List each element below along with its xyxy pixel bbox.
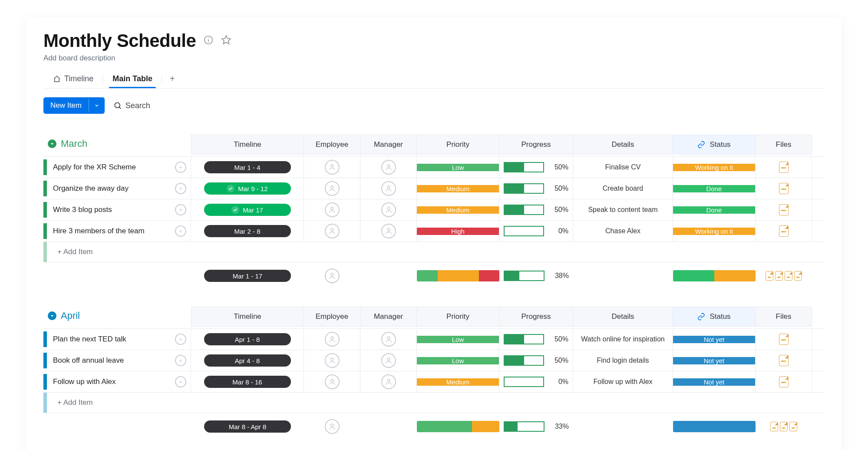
item-name-cell[interactable]: Hire 3 members of the team+ [43,221,191,242]
status-cell[interactable]: Done [673,199,756,220]
employee-cell[interactable] [304,329,360,350]
group-name-march[interactable]: March [61,138,87,149]
tab-main-table[interactable]: Main Table [103,70,162,88]
priority-cell[interactable]: Medium [417,199,499,220]
details-cell[interactable]: Finalise CV [573,157,673,178]
col-employee[interactable]: Employee [304,307,360,327]
timeline-cell[interactable]: Mar 17 [191,199,304,220]
table-row[interactable]: Follow up with Alex+Mar 8 - 16Medium0%Fo… [43,371,825,393]
manager-cell[interactable] [360,178,417,199]
manager-cell[interactable] [360,329,417,350]
col-priority[interactable]: Priority [417,135,499,155]
timeline-cell[interactable]: Mar 9 - 12 [191,178,304,199]
priority-cell[interactable]: Low [417,157,499,178]
manager-cell[interactable] [360,199,417,220]
group-collapse-icon[interactable] [48,139,56,148]
files-cell[interactable] [756,199,812,220]
employee-cell[interactable] [304,221,360,242]
col-status[interactable]: Status [673,135,756,155]
info-icon[interactable] [204,35,213,46]
files-cell[interactable] [756,350,812,371]
timeline-cell[interactable]: Mar 2 - 8 [191,221,304,242]
add-view-button[interactable]: + [162,69,183,88]
board-description[interactable]: Add board description [43,54,825,63]
status-cell[interactable]: Working on it [673,221,756,242]
add-conversation-icon[interactable]: + [175,204,186,215]
priority-cell[interactable]: Low [417,350,499,371]
manager-cell[interactable] [360,157,417,178]
progress-cell[interactable]: 0% [499,221,573,242]
timeline-cell[interactable]: Mar 8 - 16 [191,371,304,392]
priority-cell[interactable]: Medium [417,371,499,392]
table-row[interactable]: Write 3 blog posts+Mar 17Medium50%Speak … [43,199,825,221]
item-name-cell[interactable]: Plan the next TED talk+ [43,329,191,350]
employee-cell[interactable] [304,371,360,392]
item-name-cell[interactable]: Follow up with Alex+ [43,371,191,392]
col-manager[interactable]: Manager [360,307,417,327]
progress-cell[interactable]: 50% [499,178,573,199]
details-cell[interactable]: Watch online for inspiration [573,329,673,350]
employee-cell[interactable] [304,199,360,220]
col-files[interactable]: Files [756,307,812,327]
status-cell[interactable]: Done [673,178,756,199]
status-cell[interactable]: Not yet [673,350,756,371]
details-cell[interactable]: Follow up with Alex [573,371,673,392]
files-cell[interactable] [756,157,812,178]
item-name-cell[interactable]: Book off annual leave+ [43,350,191,371]
table-row[interactable]: Plan the next TED talk+Apr 1 - 8Low50%Wa… [43,328,825,350]
details-cell[interactable]: Create board [573,178,673,199]
group-collapse-icon[interactable] [48,311,56,320]
files-cell[interactable] [756,221,812,242]
status-cell[interactable]: Not yet [673,329,756,350]
progress-cell[interactable]: 0% [499,371,573,392]
new-item-dropdown[interactable] [89,99,105,112]
table-row[interactable]: Organize the away day+Mar 9 - 12Medium50… [43,178,825,199]
progress-cell[interactable]: 50% [499,157,573,178]
add-conversation-icon[interactable]: + [175,162,186,173]
files-cell[interactable] [756,178,812,199]
col-progress[interactable]: Progress [499,307,573,327]
add-conversation-icon[interactable]: + [175,225,186,237]
details-cell[interactable]: Chase Alex [573,221,673,242]
timeline-cell[interactable]: Apr 1 - 8 [191,329,304,350]
table-row[interactable]: Book off annual leave+Apr 4 - 8Low50%Fin… [43,350,825,371]
item-name-cell[interactable]: Write 3 blog posts+ [43,199,191,220]
details-cell[interactable]: Speak to content team [573,199,673,220]
status-cell[interactable]: Working on it [673,157,756,178]
item-name-cell[interactable]: Apply for the XR Scheme+ [43,157,191,178]
employee-cell[interactable] [304,157,360,178]
timeline-cell[interactable]: Mar 1 - 4 [191,157,304,178]
progress-cell[interactable]: 50% [499,199,573,220]
details-cell[interactable]: Find login details [573,350,673,371]
manager-cell[interactable] [360,221,417,242]
new-item-button[interactable]: New Item [43,97,105,114]
col-details[interactable]: Details [573,135,673,155]
employee-cell[interactable] [304,178,360,199]
priority-cell[interactable]: High [417,221,499,242]
col-timeline[interactable]: Timeline [191,135,304,155]
add-item-april[interactable]: + Add Item [43,393,825,413]
search-input[interactable]: Search [113,101,150,110]
col-priority[interactable]: Priority [417,307,499,327]
star-icon[interactable] [221,35,231,47]
add-item-march[interactable]: + Add Item [43,242,825,262]
group-name-april[interactable]: April [61,310,80,321]
files-cell[interactable] [756,329,812,350]
add-conversation-icon[interactable]: + [175,355,186,366]
table-row[interactable]: Apply for the XR Scheme+Mar 1 - 4Low50%F… [43,156,825,178]
manager-cell[interactable] [360,371,417,392]
progress-cell[interactable]: 50% [499,350,573,371]
progress-cell[interactable]: 50% [499,329,573,350]
tab-timeline[interactable]: Timeline [43,70,103,88]
status-cell[interactable]: Not yet [673,371,756,392]
col-details[interactable]: Details [573,307,673,327]
add-conversation-icon[interactable]: + [175,376,186,387]
manager-cell[interactable] [360,350,417,371]
table-row[interactable]: Hire 3 members of the team+Mar 2 - 8High… [43,221,825,242]
col-manager[interactable]: Manager [360,135,417,155]
employee-cell[interactable] [304,350,360,371]
add-conversation-icon[interactable]: + [175,334,186,345]
priority-cell[interactable]: Low [417,329,499,350]
add-conversation-icon[interactable]: + [175,183,186,194]
item-name-cell[interactable]: Organize the away day+ [43,178,191,199]
